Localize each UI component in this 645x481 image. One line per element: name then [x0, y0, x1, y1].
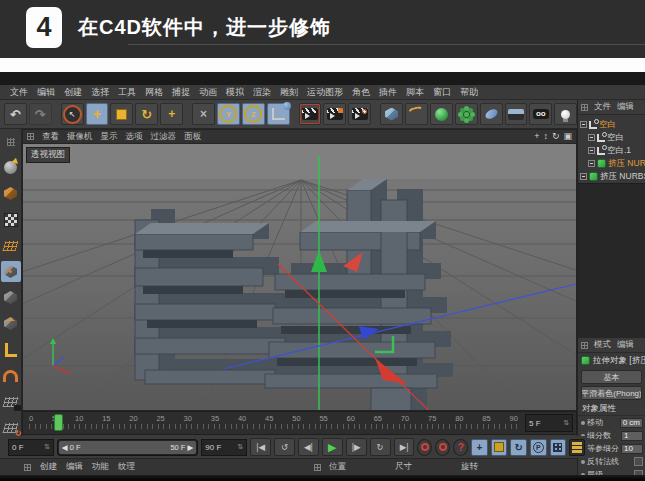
preview-range-slider[interactable]: ◀ 0 F 50 F ▶ [57, 439, 199, 456]
menu-item-snap[interactable]: 捕捉 [172, 86, 190, 99]
vp-menu-options[interactable]: 选项 [126, 131, 143, 143]
range-end-spinner[interactable]: 90 F ⇅ [201, 439, 247, 456]
add-light-button[interactable] [554, 103, 577, 125]
om-menu-file[interactable]: 文件 [594, 101, 611, 113]
menu-item-edit[interactable]: 编辑 [37, 86, 55, 99]
key-pla-toggle[interactable] [550, 439, 567, 456]
render-picture-viewer-button[interactable] [323, 103, 346, 125]
model-mode-button[interactable] [1, 183, 21, 204]
next-frame-button[interactable]: |▶ [346, 438, 367, 456]
menu-item-mesh[interactable]: 网格 [145, 86, 163, 99]
menu-item-file[interactable]: 文件 [10, 86, 28, 99]
menu-item-animate[interactable]: 动画 [199, 86, 217, 99]
open-timeline-button[interactable] [569, 439, 585, 456]
subdivision-value-input[interactable]: 1 [621, 431, 643, 441]
lock-workplane-button[interactable] [1, 391, 21, 412]
rail-drag-handle[interactable] [1, 131, 21, 152]
range-right-arrow-icon[interactable]: ▶ [188, 443, 194, 452]
play-backwards-button[interactable]: ↺ [274, 438, 295, 456]
menu-item-render[interactable]: 渲染 [253, 86, 271, 99]
spinner-arrows-icon[interactable]: ⇅ [44, 443, 50, 451]
tree-row-null-root[interactable]: 空白 [578, 118, 645, 131]
viewport-drag-handle[interactable] [27, 133, 34, 140]
add-generator-button[interactable] [430, 103, 453, 125]
iso-subdivision-value-input[interactable]: 10 [621, 444, 643, 454]
texture-mode-button[interactable] [1, 209, 21, 230]
live-selection-button[interactable]: ↖ [61, 103, 84, 125]
spinner-arrows-icon[interactable]: ⇅ [237, 443, 243, 451]
key-position-toggle[interactable]: + [471, 439, 488, 456]
key-parameter-toggle[interactable]: P [530, 439, 547, 456]
add-deformer-button[interactable] [480, 103, 503, 125]
autokey-button[interactable] [435, 439, 450, 456]
tree-row-null-child-1[interactable]: 空白.1 [578, 144, 645, 157]
object-properties-section[interactable]: 对象属性 [578, 402, 645, 416]
last-tool-button[interactable]: + [160, 103, 183, 125]
vp-menu-panel[interactable]: 面板 [184, 131, 201, 143]
play-button[interactable]: ▶ [322, 438, 343, 456]
range-left-arrow-icon[interactable]: ◀ [62, 443, 68, 452]
mat-menu-function[interactable]: 功能 [92, 461, 109, 473]
lock-x-button[interactable]: × [192, 103, 215, 125]
panel-drag-handle[interactable] [24, 464, 31, 471]
menu-item-character[interactable]: 角色 [352, 86, 370, 99]
mat-menu-edit[interactable]: 编辑 [66, 461, 83, 473]
menu-item-create[interactable]: 创建 [64, 86, 82, 99]
flip-normals-checkbox[interactable] [634, 457, 643, 466]
vp-orbit-icon[interactable]: ↻ [552, 132, 560, 141]
expander-icon[interactable] [588, 147, 595, 154]
edges-mode-button[interactable] [1, 287, 21, 308]
render-settings-button[interactable] [348, 103, 371, 125]
redo-button[interactable]: ↷ [29, 103, 52, 125]
vp-menu-filter[interactable]: 过滤器 [151, 131, 177, 143]
viewport-scene[interactable] [23, 144, 576, 410]
tree-row-null-child[interactable]: 空白 [578, 131, 645, 144]
movement-value-input[interactable]: 0 cm [620, 418, 643, 428]
menu-item-plugins[interactable]: 插件 [379, 86, 397, 99]
vp-pan-icon[interactable]: + [534, 132, 539, 141]
am-menu-edit[interactable]: 编辑 [617, 339, 634, 351]
range-slider-handle[interactable]: ◀ 0 F 50 F ▶ [59, 441, 197, 454]
undo-button[interactable]: ↶ [4, 103, 27, 125]
timeline-playhead[interactable] [54, 414, 63, 431]
play-forward-button[interactable]: ↻ [370, 438, 391, 456]
expander-icon[interactable] [588, 160, 595, 167]
tab-basic[interactable]: 基本 [581, 370, 642, 384]
mat-menu-create[interactable]: 创建 [40, 461, 57, 473]
menu-item-mograph[interactable]: 运动图形 [307, 86, 343, 99]
workplane-snap-button[interactable]: ↻ [1, 417, 21, 438]
go-to-end-button[interactable]: ▶| [394, 438, 415, 456]
add-mograph-button[interactable] [455, 103, 478, 125]
axis-mode-button[interactable] [1, 339, 21, 360]
current-frame-box[interactable]: 5 F ⇅ [525, 414, 573, 432]
add-environment-button[interactable] [505, 103, 528, 125]
add-camera-button[interactable]: oo [529, 103, 552, 125]
menu-item-sculpt[interactable]: 雕刻 [280, 86, 298, 99]
points-mode-button[interactable] [1, 261, 21, 282]
lock-y-button[interactable]: Y [217, 103, 240, 125]
anim-dot-icon[interactable] [581, 460, 585, 464]
menu-item-select[interactable]: 选择 [91, 86, 109, 99]
om-menu-edit[interactable]: 编辑 [617, 101, 634, 113]
add-primitive-button[interactable] [380, 103, 403, 125]
keying-help-button[interactable]: ? [453, 439, 468, 456]
polygons-mode-button[interactable] [1, 313, 21, 334]
coordinate-system-button[interactable] [267, 103, 290, 125]
tree-row-extrude[interactable]: 挤压 NURBS [578, 170, 645, 183]
expander-icon[interactable] [580, 121, 587, 128]
menu-item-script[interactable]: 脚本 [406, 86, 424, 99]
anim-dot-icon[interactable] [581, 421, 585, 425]
expander-icon[interactable] [580, 173, 587, 180]
expander-icon[interactable] [588, 134, 595, 141]
key-scale-toggle[interactable] [491, 439, 508, 456]
move-tool-button[interactable]: + [86, 103, 109, 125]
menu-item-tools[interactable]: 工具 [118, 86, 136, 99]
panel-drag-handle[interactable] [314, 464, 321, 471]
tab-phong[interactable]: 平滑着色(Phong) [581, 386, 642, 400]
viewport-view-label[interactable]: 透视视图 [26, 147, 70, 163]
record-keyframe-button[interactable] [417, 439, 432, 456]
vp-zoom-icon[interactable]: ↕ [543, 132, 548, 141]
menu-item-simulate[interactable]: 模拟 [226, 86, 244, 99]
vp-menu-view[interactable]: 查看 [42, 131, 59, 143]
menu-item-window[interactable]: 窗口 [433, 86, 451, 99]
